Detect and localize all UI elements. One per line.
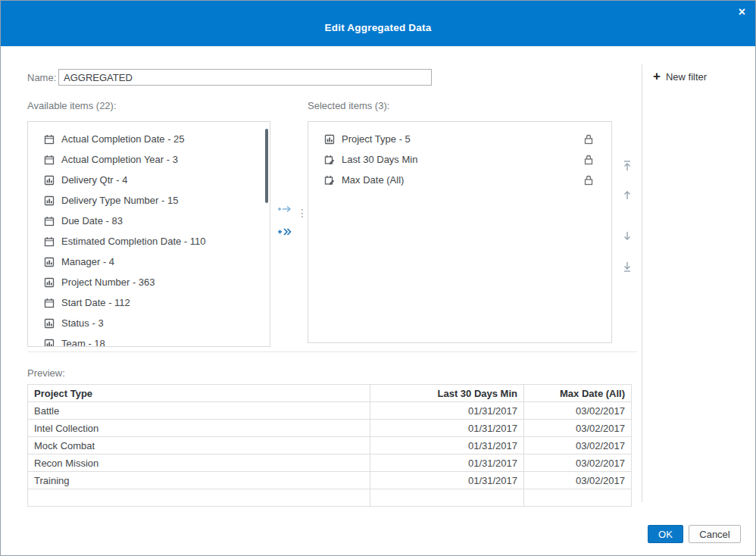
category-icon [44, 277, 55, 288]
item-label: Max Date (All) [342, 174, 404, 186]
item-label: Last 30 Days Min [342, 154, 417, 165]
item-label: Project Number - 363 [61, 276, 155, 288]
close-icon[interactable]: × [739, 5, 745, 20]
column-header[interactable]: Last 30 Days Min [370, 385, 524, 402]
item-label: Actual Completion Date - 25 [61, 133, 185, 145]
move-up-button[interactable] [622, 189, 633, 200]
list-item[interactable]: Team - 18 [44, 333, 270, 347]
edit-aggregated-data-dialog: Edit Aggregated Data × Name: Available i… [0, 0, 756, 556]
dialog-title: Edit Aggregated Data [1, 22, 755, 33]
item-label: Delivery Qtr - 4 [61, 174, 127, 186]
category-icon [44, 175, 55, 186]
move-to-top-button[interactable] [622, 160, 633, 171]
table-cell: 01/31/2017 [370, 454, 524, 472]
category-icon [44, 318, 55, 329]
table-row: Battle 01/31/2017 03/02/2017 [28, 402, 632, 420]
list-item[interactable]: Manager - 4 [44, 251, 270, 272]
table-cell: 01/31/2017 [370, 402, 524, 420]
column-header[interactable]: Max Date (All) [524, 385, 632, 402]
move-to-bottom-button[interactable] [622, 261, 633, 273]
list-item[interactable]: Actual Completion Date - 25 [44, 129, 270, 149]
ok-button[interactable]: OK [648, 525, 683, 543]
preview-table: Project Type Last 30 Days Min Max Date (… [27, 384, 632, 507]
item-label: Delivery Type Number - 15 [61, 195, 178, 206]
available-items-list: Actual Completion Date - 25 Actual Compl… [27, 121, 270, 347]
list-item[interactable]: Project Number - 363 [44, 272, 270, 292]
table-cell: 01/31/2017 [370, 437, 524, 454]
category-icon [44, 257, 55, 267]
table-cell [524, 489, 632, 507]
item-label: Status - 3 [61, 317, 104, 329]
calendar-icon [44, 236, 55, 247]
table-cell: Training [28, 472, 370, 489]
add-all-items-button[interactable] [277, 227, 292, 236]
table-cell: 03/02/2017 [524, 437, 632, 454]
section-divider [27, 351, 637, 352]
list-item[interactable]: Actual Completion Year - 3 [44, 149, 270, 170]
new-filter-label: New filter [666, 71, 707, 83]
table-cell: 01/31/2017 [370, 420, 524, 437]
lock-icon [584, 155, 593, 165]
list-item[interactable]: Delivery Qtr - 4 [44, 170, 270, 190]
table-cell: Recon Mission [28, 454, 370, 472]
table-header-row: Project Type Last 30 Days Min Max Date (… [28, 385, 632, 402]
table-cell: Intel Collection [28, 420, 370, 437]
item-label: Start Date - 112 [61, 297, 130, 308]
list-item[interactable]: Last 30 Days Min [324, 149, 611, 170]
table-cell [28, 489, 370, 507]
scrollbar-thumb[interactable] [265, 129, 268, 203]
category-icon [324, 134, 335, 145]
table-cell: 03/02/2017 [524, 402, 632, 420]
available-items-label: Available items (22): [27, 100, 117, 111]
preview-label: Preview: [27, 367, 65, 379]
cancel-button[interactable]: Cancel [689, 525, 741, 543]
derived-date-icon [324, 175, 335, 186]
transfer-menu-icon[interactable]: ⋮ [297, 210, 301, 217]
table-row-empty [28, 489, 632, 507]
table-cell: 01/31/2017 [370, 472, 524, 489]
calendar-icon [44, 298, 55, 308]
add-item-button[interactable] [277, 205, 292, 214]
table-cell: 03/02/2017 [524, 472, 632, 489]
item-label: Estimated Completion Date - 110 [61, 236, 206, 247]
dialog-header: Edit Aggregated Data × [1, 1, 755, 46]
table-cell: 03/02/2017 [524, 454, 632, 472]
category-icon [44, 339, 55, 348]
table-row: Training 01/31/2017 03/02/2017 [28, 472, 632, 489]
plus-icon: + [653, 70, 661, 83]
lock-icon [584, 134, 593, 145]
category-icon [44, 195, 55, 206]
item-label: Project Type - 5 [342, 133, 411, 145]
name-input[interactable] [58, 69, 432, 86]
list-item[interactable]: Project Type - 5 [324, 129, 611, 149]
derived-date-icon [324, 155, 335, 165]
table-row: Recon Mission 01/31/2017 03/02/2017 [28, 454, 632, 472]
table-cell: 03/02/2017 [524, 420, 632, 437]
item-label: Due Date - 83 [61, 215, 123, 226]
move-down-button[interactable] [622, 231, 633, 242]
table-row: Intel Collection 01/31/2017 03/02/2017 [28, 420, 632, 437]
lock-icon [584, 175, 593, 186]
table-cell: Mock Combat [28, 437, 370, 454]
table-cell: Battle [28, 402, 370, 420]
list-item[interactable]: Delivery Type Number - 15 [44, 190, 270, 211]
item-label: Team - 18 [61, 338, 105, 347]
item-label: Manager - 4 [61, 256, 114, 267]
calendar-icon [44, 216, 55, 226]
table-cell [370, 489, 524, 507]
selected-items-list: Project Type - 5 Last 30 Days Min Max Da… [308, 121, 612, 343]
selected-items-label: Selected items (3): [308, 100, 389, 111]
list-item[interactable]: Estimated Completion Date - 110 [44, 231, 270, 251]
list-item[interactable]: Start Date - 112 [44, 292, 270, 313]
list-item[interactable]: Due Date - 83 [44, 211, 270, 231]
calendar-icon [44, 155, 55, 165]
list-item[interactable]: Max Date (All) [324, 170, 611, 190]
table-row: Mock Combat 01/31/2017 03/02/2017 [28, 437, 632, 454]
item-label: Actual Completion Year - 3 [61, 154, 178, 165]
new-filter-button[interactable]: + New filter [653, 70, 707, 83]
list-item[interactable]: Status - 3 [44, 313, 270, 333]
column-header[interactable]: Project Type [28, 385, 370, 402]
name-label: Name: [27, 72, 56, 83]
panel-divider [642, 64, 642, 502]
calendar-icon [44, 134, 55, 145]
